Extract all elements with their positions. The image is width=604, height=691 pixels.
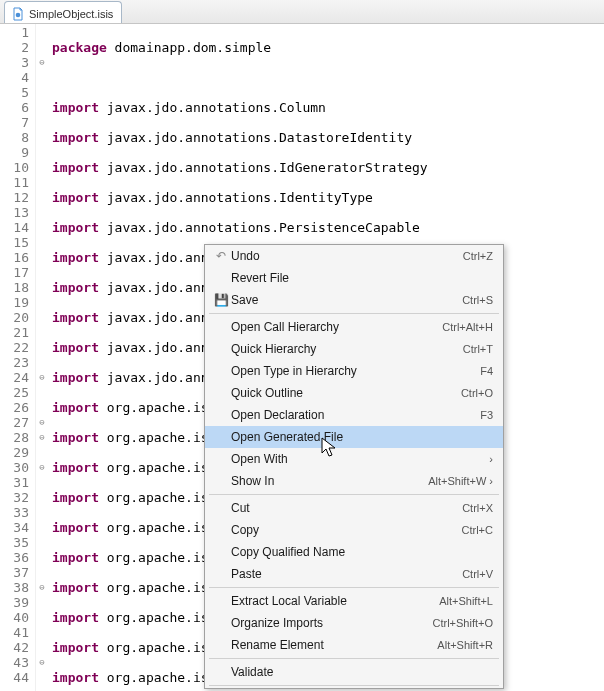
fold-toggle-icon: ⊖: [36, 415, 48, 430]
menu-paste[interactable]: PasteCtrl+V: [205, 563, 503, 585]
menu-open-type-in-hierarchy[interactable]: Open Type in HierarchyF4: [205, 360, 503, 382]
menu-open-with[interactable]: Open With›: [205, 448, 503, 470]
context-menu: ↶UndoCtrl+Z Revert File 💾SaveCtrl+S Open…: [204, 244, 504, 689]
menu-open-call-hierarchy[interactable]: Open Call HierarchyCtrl+Alt+H: [205, 316, 503, 338]
line-gutter: 1234567891011121314151617181920212223242…: [0, 24, 36, 691]
fold-toggle-icon: ⊖: [36, 460, 48, 475]
menu-save[interactable]: 💾SaveCtrl+S: [205, 289, 503, 311]
save-icon: 💾: [211, 293, 231, 307]
menu-quick-outline[interactable]: Quick OutlineCtrl+O: [205, 382, 503, 404]
fold-toggle-icon: ⊖: [36, 370, 48, 385]
menu-open-generated-file[interactable]: Open Generated File: [205, 426, 503, 448]
fold-toggle-icon: ⊖: [36, 55, 48, 70]
fold-toggle-icon: ⊖: [36, 655, 48, 670]
menu-copy[interactable]: CopyCtrl+C: [205, 519, 503, 541]
tab-bar: SimpleObject.isis: [0, 0, 604, 24]
menu-copy-qualified-name[interactable]: Copy Qualified Name: [205, 541, 503, 563]
undo-icon: ↶: [211, 249, 231, 263]
menu-rename-element[interactable]: Rename ElementAlt+Shift+R: [205, 634, 503, 656]
fold-toggle-icon: ⊖: [36, 430, 48, 445]
menu-extract-local-variable[interactable]: Extract Local VariableAlt+Shift+L: [205, 590, 503, 612]
file-icon: [11, 7, 25, 21]
menu-quick-hierarchy[interactable]: Quick HierarchyCtrl+T: [205, 338, 503, 360]
menu-show-in[interactable]: Show InAlt+Shift+W ›: [205, 470, 503, 492]
menu-organize-imports[interactable]: Organize ImportsCtrl+Shift+O: [205, 612, 503, 634]
submenu-arrow-icon: ›: [489, 453, 493, 465]
menu-revert-file[interactable]: Revert File: [205, 267, 503, 289]
svg-point-0: [16, 12, 21, 17]
fold-markers[interactable]: ⊖⊖⊖⊖⊖⊖⊖: [36, 24, 48, 691]
editor-tab[interactable]: SimpleObject.isis: [4, 1, 122, 23]
menu-undo[interactable]: ↶UndoCtrl+Z: [205, 245, 503, 267]
menu-open-declaration[interactable]: Open DeclarationF3: [205, 404, 503, 426]
tab-title: SimpleObject.isis: [29, 8, 113, 20]
menu-cut[interactable]: CutCtrl+X: [205, 497, 503, 519]
menu-validate[interactable]: Validate: [205, 661, 503, 683]
fold-toggle-icon: ⊖: [36, 580, 48, 595]
